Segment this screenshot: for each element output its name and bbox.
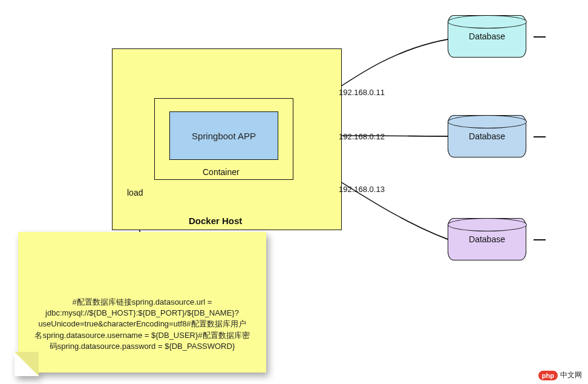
config-line-3: useUnicode=true&characterEncoding=utf8#配… — [27, 319, 257, 329]
springboot-app-box: Springboot APP — [169, 111, 278, 160]
config-line-5: 码spring.datasource.password = ${DB_PASSW… — [27, 341, 257, 352]
note-fold-icon — [15, 352, 39, 376]
config-note-text: #配置数据库链接spring.datasource.url = jdbc:mys… — [27, 297, 257, 352]
database-1-label: Database — [469, 31, 505, 41]
svg-point-1 — [357, 53, 417, 87]
db2-connector-tick — [534, 136, 546, 137]
db3-connector-tick — [534, 239, 546, 240]
database-1: Database — [448, 15, 526, 58]
config-line-2: jdbc:mysql://${DB_HOST}:${DB_PORT}/${DB_… — [27, 308, 257, 319]
ip-label-3: 192.168.0.13 — [339, 185, 385, 194]
load-edge-label: load — [127, 188, 143, 197]
watermark-text: 中文网 — [560, 370, 582, 380]
database-3-label: Database — [469, 234, 505, 244]
db1-connector-tick — [534, 36, 546, 38]
app-label: Springboot APP — [192, 131, 256, 141]
database-2: Database — [448, 115, 526, 157]
config-line-1: #配置数据库链接spring.datasource.url = — [27, 297, 257, 308]
config-line-4: 名spring.datasource.username = ${DB_USER}… — [27, 330, 257, 341]
ip-label-2: 192.168.0.12 — [339, 132, 385, 141]
docker-host-label: Docker Host — [189, 216, 242, 226]
watermark-badge: php — [538, 371, 558, 380]
database-2-label: Database — [469, 131, 505, 141]
ip-label-1: 192.168.0.11 — [339, 88, 385, 97]
container-label: Container — [203, 167, 240, 177]
watermark: php 中文网 — [538, 370, 582, 380]
database-3: Database — [448, 218, 526, 260]
